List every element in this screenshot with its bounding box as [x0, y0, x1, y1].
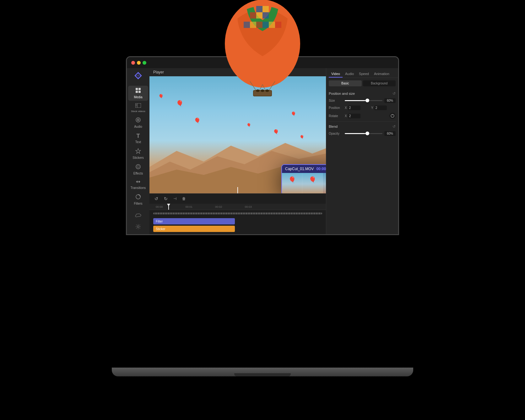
svg-rect-5 — [250, 12, 256, 19]
timeline-section: ↺ ↻ ⊣ 🗑 00:00 00:01 00:02 — [149, 193, 326, 234]
svg-rect-1 — [256, 6, 262, 12]
delete-button[interactable]: 🗑 — [181, 196, 187, 202]
sticker-label: Sticker — [156, 227, 165, 231]
clip-filename: CapCut_01.MOV — [285, 167, 314, 171]
balloon-small-7: 🎈 — [300, 135, 304, 139]
player-title: Player — [153, 70, 164, 74]
position-label: Position — [329, 106, 343, 110]
text-label: Text — [135, 140, 141, 144]
opacity-label: Opacity — [329, 132, 343, 135]
opacity-slider[interactable] — [345, 133, 382, 134]
rotate-label: Rotate — [329, 114, 343, 118]
media-icon — [135, 88, 141, 94]
opacity-value: 60% — [384, 131, 396, 136]
svg-rect-22 — [136, 88, 138, 90]
sidebar-bottom — [133, 210, 143, 234]
svg-rect-11 — [269, 22, 275, 28]
transitions-label: Transitions — [131, 186, 146, 190]
maximize-button[interactable] — [143, 61, 146, 65]
effects-label: Effects — [133, 172, 143, 175]
svg-rect-25 — [138, 91, 141, 93]
mark-2: 00:02 — [215, 205, 222, 208]
traffic-lights — [127, 58, 151, 68]
mark-1: 00:01 — [186, 205, 193, 208]
timeline-controls: ↺ ↻ ⊣ 🗑 — [149, 194, 326, 204]
stock-videos-label: Stock videos — [131, 110, 145, 113]
sidebar-item-effects[interactable]: Effects — [128, 162, 148, 177]
panel-tabs: Video Audio Speed Animation — [326, 68, 398, 78]
blend-title: Blend ↺ — [329, 124, 396, 129]
track-sticker[interactable]: Sticker — [153, 226, 235, 232]
timeline-playhead — [168, 204, 169, 210]
minimize-button[interactable] — [137, 61, 141, 65]
sidebar: Media Stock videos Audio T Text — [127, 68, 149, 234]
size-value: 60% — [384, 98, 396, 103]
svg-rect-24 — [136, 91, 138, 93]
svg-point-32 — [138, 120, 138, 120]
tab-audio[interactable]: Audio — [343, 71, 356, 78]
balloon-small-1: 🎈 — [176, 100, 184, 107]
stock-videos-icon — [135, 103, 141, 109]
svg-rect-7 — [244, 22, 250, 28]
rotate-control: Rotate X — [329, 113, 396, 119]
close-button[interactable] — [131, 61, 135, 65]
balloon-small-2: 🎈 — [158, 94, 164, 99]
undo-button[interactable]: ↺ — [153, 196, 160, 202]
svg-point-21 — [265, 89, 269, 92]
audio-label: Audio — [134, 125, 142, 128]
rotate-dial-button[interactable] — [389, 113, 396, 119]
balloon-hero — [219, 0, 306, 113]
sidebar-item-text[interactable]: T Text — [128, 131, 148, 146]
svg-point-19 — [256, 89, 260, 92]
rotate-x-field[interactable] — [348, 114, 360, 118]
track-filter[interactable]: Filter — [153, 218, 235, 224]
text-icon: T — [137, 133, 140, 139]
balloon-small-5: 🎈 — [273, 129, 279, 135]
cloud-icon[interactable] — [133, 210, 143, 220]
sub-tab-background[interactable]: Background — [363, 80, 396, 86]
position-y-field[interactable] — [374, 105, 387, 110]
svg-point-20 — [261, 89, 264, 92]
split-button[interactable]: ⊣ — [172, 196, 178, 202]
size-slider[interactable] — [345, 100, 382, 101]
stickers-icon — [135, 148, 141, 155]
position-reset-icon[interactable]: ↺ — [392, 91, 396, 96]
blend-reset-icon[interactable]: ↺ — [392, 124, 396, 129]
effects-icon — [135, 164, 141, 171]
laptop-base — [112, 368, 413, 376]
timeline-ruler: 00:00 00:01 00:02 00:03 — [149, 204, 326, 210]
tab-speed[interactable]: Speed — [356, 71, 371, 78]
filter-label: Filter — [156, 220, 163, 223]
position-y-input: Y — [371, 105, 396, 110]
sidebar-item-audio[interactable]: Audio — [128, 115, 148, 130]
size-control: Size 60% — [329, 98, 396, 103]
x-label: X — [345, 106, 347, 110]
position-x-field[interactable] — [348, 105, 360, 110]
svg-point-35 — [137, 166, 139, 168]
sidebar-item-stickers[interactable]: Stickers — [128, 146, 148, 161]
svg-point-38 — [137, 226, 139, 228]
sidebar-item-media[interactable]: Media — [128, 86, 148, 101]
video-playhead — [237, 187, 238, 193]
sidebar-item-transitions[interactable]: Transitions — [128, 178, 148, 191]
stickers-label: Stickers — [133, 156, 144, 159]
clip-filmstrip: 🎈 🎈 🎈 🎈 — [282, 173, 326, 193]
tab-video[interactable]: Video — [329, 71, 343, 78]
svg-rect-23 — [138, 88, 141, 90]
mark-3: 00:03 — [245, 205, 252, 208]
svg-marker-33 — [136, 148, 141, 153]
media-label: Media — [134, 95, 142, 99]
sidebar-item-stock-videos[interactable]: Stock videos — [128, 101, 148, 115]
tab-animation[interactable]: Animation — [371, 71, 392, 78]
settings-icon[interactable] — [133, 222, 143, 232]
main-track[interactable] — [153, 213, 322, 214]
panel-sub-tabs: Basic Background — [326, 78, 398, 89]
filters-icon — [135, 194, 141, 201]
floating-clip: CapCut_01.MOV 00:00:07 🎈 🎈 — [281, 164, 326, 193]
sub-tab-basic[interactable]: Basic — [329, 80, 362, 86]
sidebar-item-filters[interactable]: Filters — [128, 192, 148, 207]
balloon-small-4: 🎈 — [246, 123, 251, 127]
y-label: Y — [371, 106, 373, 110]
redo-button[interactable]: ↻ — [163, 196, 169, 202]
position-control: Position X Y — [329, 105, 396, 110]
